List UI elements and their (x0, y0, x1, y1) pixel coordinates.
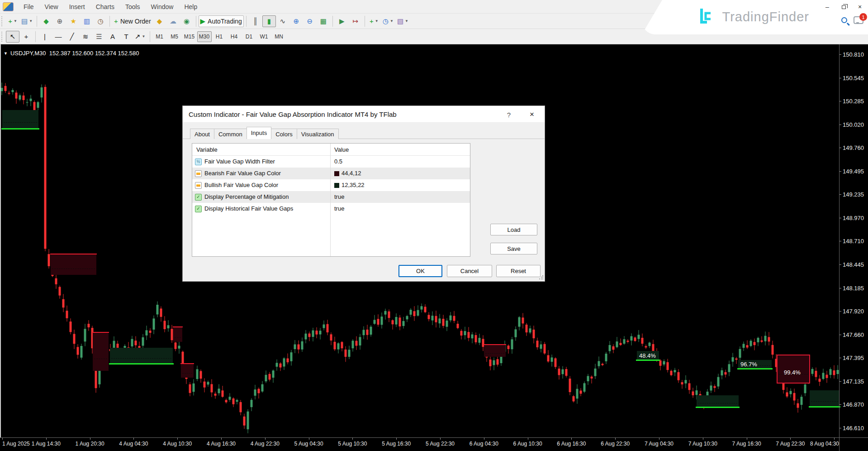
text-label-icon: T (124, 33, 128, 40)
periods-button[interactable]: ◷▼ (381, 15, 395, 27)
value-cell[interactable]: 12,35,22 (330, 179, 470, 191)
new-order-button[interactable]: +New Order (112, 15, 152, 27)
chart-shift-button[interactable]: ↦ (349, 15, 362, 27)
input-row[interactable]: ½Fair Value Gap Width Filter0.5 (192, 156, 470, 168)
horizontal-line-icon: — (55, 33, 62, 40)
resize-grip[interactable] (539, 275, 543, 280)
vertical-line-tool[interactable]: | (38, 31, 52, 43)
cancel-button[interactable]: Cancel (447, 265, 492, 277)
trendline-tool[interactable]: ╱ (65, 31, 79, 43)
indicator-dialog: Custom Indicator - Fair Value Gap Absorp… (182, 106, 545, 282)
tab-inputs[interactable]: Inputs (247, 127, 271, 139)
value-cell[interactable]: 0.5 (330, 156, 470, 168)
restore-button[interactable] (839, 3, 848, 11)
market-watch-button[interactable]: ◆ (39, 15, 53, 27)
search-icon[interactable] (841, 17, 847, 23)
metaeditor-button[interactable]: ☁ (166, 15, 180, 27)
arrows-tool[interactable]: ↗▼ (133, 31, 147, 43)
timeframe-m5[interactable]: M5 (167, 31, 182, 42)
menu-insert[interactable]: Insert (64, 1, 90, 12)
expert-advisors-button[interactable]: ◆ (153, 15, 166, 27)
indicators-button[interactable]: +▼ (367, 15, 381, 27)
line-chart-button[interactable]: ∿ (276, 15, 289, 27)
minimize-button[interactable]: – (823, 3, 832, 11)
menu-view[interactable]: View (39, 1, 64, 12)
menu-charts[interactable]: Charts (90, 1, 120, 12)
dropdown-arrow-icon[interactable]: ▼ (375, 19, 379, 23)
timeframe-d1[interactable]: D1 (242, 31, 256, 42)
input-row[interactable]: ✓Display Percentage of Mitigationtrue (192, 191, 470, 203)
navigator-button[interactable]: ⊕ (53, 15, 66, 27)
dropdown-arrow-icon[interactable]: ▼ (14, 19, 17, 23)
help-button[interactable]: ? (503, 109, 515, 120)
timeframe-h4[interactable]: H4 (227, 31, 242, 42)
horizontal-line-tool[interactable]: — (52, 31, 65, 43)
toolbar-grip-2[interactable] (1, 32, 5, 42)
dropdown-arrow-icon[interactable]: ▼ (142, 34, 146, 38)
bar-chart-button[interactable]: ║ (249, 15, 262, 27)
new-chart-button[interactable]: +▼ (6, 15, 19, 27)
crosshair-tool[interactable]: + (19, 31, 33, 43)
price-axis[interactable]: 150.810150.545150.285150.020149.760149.4… (840, 44, 868, 437)
cursor-tool[interactable]: ↖ (6, 31, 19, 43)
timeframe-h1[interactable]: H1 (212, 31, 227, 42)
tile-windows-button[interactable]: ▦ (317, 15, 330, 27)
tab-about[interactable]: About (190, 129, 214, 139)
value-cell[interactable]: 44,4,12 (330, 168, 470, 179)
load-button[interactable]: Load (490, 224, 537, 235)
favorites-button[interactable]: ★ (66, 15, 80, 27)
dropdown-arrow-icon[interactable]: ▼ (29, 19, 33, 23)
strategy-tester-button[interactable]: ◷ (94, 15, 107, 27)
inputs-table: Variable Value ½Fair Value Gap Width Fil… (192, 143, 470, 257)
price-label: 150.285 (843, 98, 864, 105)
menu-window[interactable]: Window (146, 1, 179, 12)
close-button[interactable]: × (855, 3, 864, 11)
timeframe-w1[interactable]: W1 (257, 31, 271, 42)
dialog-title-bar[interactable]: Custom Indicator - Fair Value Gap Absorp… (183, 106, 545, 123)
chat-icon[interactable]: 1 (854, 16, 863, 24)
menu-tools[interactable]: Tools (120, 1, 146, 12)
value-cell[interactable]: true (330, 191, 470, 203)
time-label: 5 Aug 04:30 (294, 441, 323, 447)
toolbar-grip[interactable] (1, 16, 5, 26)
community-button[interactable]: ◉ (180, 15, 194, 27)
timeframe-m30[interactable]: M30 (197, 31, 212, 42)
profiles-button[interactable]: ▤▼ (19, 15, 34, 27)
templates-button[interactable]: ▧▼ (395, 15, 410, 27)
time-label: 5 Aug 16:30 (382, 441, 411, 447)
dropdown-arrow-icon[interactable]: ▼ (390, 19, 394, 23)
zoom-out-button[interactable]: ⊖ (303, 15, 317, 27)
timeframe-m1[interactable]: M1 (152, 31, 167, 42)
variable-name: Fair Value Gap Width Filter (204, 156, 275, 168)
channels-tool[interactable]: ☰ (92, 31, 106, 43)
time-axis[interactable]: 1 Aug 20251 Aug 14:301 Aug 20:304 Aug 04… (0, 438, 868, 451)
ok-button[interactable]: OK (398, 265, 442, 277)
fibonacci-tool[interactable]: ≋ (79, 31, 92, 43)
tab-common[interactable]: Common (214, 129, 247, 139)
value-cell[interactable]: true (330, 203, 470, 215)
data-window-button[interactable]: ▥ (80, 15, 94, 27)
input-row[interactable]: Bullish Fair Value Gap Color12,35,22 (192, 179, 470, 191)
reset-button[interactable]: Reset (496, 265, 541, 277)
autotrading-button[interactable]: ▶AutoTrading (199, 15, 244, 27)
text-tool[interactable]: A (106, 31, 119, 43)
auto-scroll-button[interactable]: ▶ (335, 15, 349, 27)
zoom-in-button[interactable]: ⊕ (289, 15, 303, 27)
tab-visualization[interactable]: Visualization (297, 129, 339, 139)
price-label: 149.235 (843, 191, 864, 198)
timeframe-m15[interactable]: M15 (182, 31, 197, 42)
timeframe-mn[interactable]: MN (272, 31, 286, 42)
dropdown-arrow-icon[interactable]: ▼ (405, 19, 408, 23)
autotrading-button-label: AutoTrading (208, 18, 242, 25)
mitigation-base-line (109, 363, 174, 365)
text-label-tool[interactable]: T (119, 31, 133, 43)
save-button[interactable]: Save (490, 243, 537, 254)
candlestick-chart-button[interactable]: ▮ (262, 15, 276, 27)
input-row[interactable]: ✓Display Historical Fair Value Gapstrue (192, 203, 470, 215)
menu-file[interactable]: File (18, 1, 39, 12)
tab-colors[interactable]: Colors (271, 129, 297, 139)
input-row[interactable]: Bearish Fair Value Gap Color44,4,12 (192, 168, 470, 179)
menu-help[interactable]: Help (179, 1, 203, 12)
dialog-close-button[interactable]: × (526, 109, 538, 120)
variable-name: Bullish Fair Value Gap Color (204, 179, 278, 191)
